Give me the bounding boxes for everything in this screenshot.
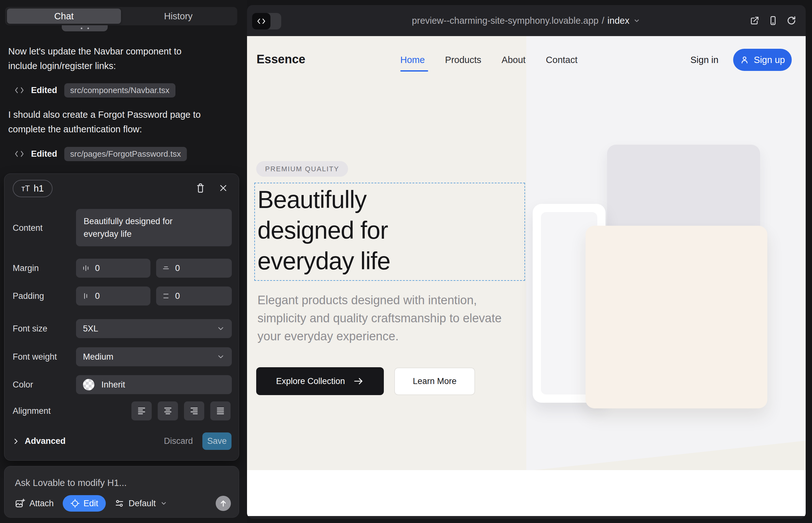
tab-chat[interactable]: Chat <box>7 8 121 24</box>
padding-vertical-icon <box>162 292 170 300</box>
send-button[interactable] <box>216 496 231 511</box>
nav-active-underline <box>400 70 428 72</box>
chevron-down-icon <box>160 500 167 507</box>
chat-history-tabbar: Chat History <box>5 7 237 25</box>
padding-y-input[interactable]: 0 <box>156 287 232 306</box>
color-select[interactable]: Inherit <box>76 375 232 394</box>
composer-placeholder: Ask Lovable to modify H1... <box>15 478 127 488</box>
padding-x-value: 0 <box>95 291 100 301</box>
align-left-button[interactable] <box>131 401 152 420</box>
code-icon <box>15 150 24 157</box>
hero-paragraph: Elegant products designed with intention… <box>258 291 527 345</box>
hero-heading-line: designed for <box>258 215 390 246</box>
arrow-right-icon <box>353 376 364 386</box>
font-size-value: 5XL <box>83 324 98 334</box>
default-label: Default <box>128 499 156 508</box>
url-domain: preview--charming-site-symphony.lovable.… <box>412 16 599 26</box>
hero-heading-line: Beautifully <box>258 184 390 215</box>
margin-y-value: 0 <box>175 264 180 273</box>
sign-in-link[interactable]: Sign in <box>690 55 719 65</box>
site-logo[interactable]: Essence <box>257 53 305 66</box>
attach-label: Attach <box>30 499 54 508</box>
content-value: Beautifully designed for everyday life <box>84 215 198 240</box>
discard-button[interactable]: Discard <box>164 432 193 450</box>
chat-message: I should also create a Forgot Password p… <box>8 107 211 137</box>
margin-y-input[interactable]: 0 <box>156 259 232 278</box>
mobile-view-button[interactable] <box>768 16 778 26</box>
padding-label: Padding <box>13 291 44 301</box>
element-tag: h1 <box>34 183 44 194</box>
element-editor-panel: тT h1 Content Beautifully designed for e… <box>4 174 239 461</box>
advanced-toggle[interactable]: Advanced <box>13 432 66 450</box>
font-weight-label: Font weight <box>13 352 57 362</box>
font-size-label: Font size <box>13 324 48 334</box>
advanced-label: Advanced <box>25 436 66 446</box>
browser-topbar: preview--charming-site-symphony.lovable.… <box>247 5 806 36</box>
chat-message: Now let's update the Navbar component to… <box>8 44 211 73</box>
save-button[interactable]: Save <box>202 432 231 450</box>
font-size-select[interactable]: 5XL <box>76 319 232 338</box>
trash-icon <box>195 183 206 194</box>
refresh-button[interactable] <box>786 16 796 26</box>
margin-x-value: 0 <box>95 264 100 273</box>
align-center-button[interactable] <box>158 401 178 420</box>
delete-element-button[interactable] <box>194 181 207 195</box>
color-swatch-transparent <box>83 379 94 390</box>
sign-up-button[interactable]: Sign up <box>733 49 792 71</box>
url-page: index <box>607 16 629 26</box>
alignment-buttons <box>131 401 231 420</box>
code-preview-toggle[interactable] <box>252 13 281 30</box>
arrow-up-icon <box>219 499 227 507</box>
decorative-card-cream <box>586 226 767 409</box>
alignment-label: Alignment <box>13 406 51 416</box>
url-separator: / <box>602 16 604 26</box>
align-justify-button[interactable] <box>210 401 231 420</box>
font-weight-value: Medium <box>83 352 113 362</box>
learn-more-button[interactable]: Learn More <box>394 367 475 395</box>
preview-browser-panel: preview--charming-site-symphony.lovable.… <box>247 5 806 519</box>
sign-up-label: Sign up <box>754 55 785 65</box>
code-toggle-active[interactable] <box>252 13 270 30</box>
tab-history[interactable]: History <box>121 8 235 24</box>
sliders-icon <box>114 499 124 508</box>
model-default-selector[interactable]: Default <box>114 499 167 508</box>
chat-composer[interactable]: Ask Lovable to modify H1... Attach <box>4 466 239 518</box>
code-icon <box>257 18 266 25</box>
explore-collection-button[interactable]: Explore Collection <box>256 367 384 395</box>
edit-label: Edit <box>84 499 99 508</box>
open-external-button[interactable] <box>749 16 760 26</box>
chevron-down-icon <box>632 16 641 25</box>
code-icon <box>15 87 24 94</box>
content-input[interactable]: Beautifully designed for everyday life <box>76 209 232 246</box>
edit-mode-button[interactable]: Edit <box>63 495 106 511</box>
margin-x-input[interactable]: 0 <box>76 259 151 278</box>
nav-link-contact[interactable]: Contact <box>546 55 578 65</box>
edited-file-row: Edited src/pages/ForgotPassword.tsx <box>15 147 187 161</box>
url-bar[interactable]: preview--charming-site-symphony.lovable.… <box>412 5 641 36</box>
edited-file-row: Edited src/components/Navbar.tsx <box>15 83 175 97</box>
nav-link-products[interactable]: Products <box>445 55 481 65</box>
edited-file-pill[interactable]: src/components/Navbar.tsx <box>64 83 176 97</box>
user-icon <box>740 55 749 65</box>
padding-x-input[interactable]: 0 <box>76 287 151 306</box>
target-icon <box>70 499 80 508</box>
lovable-sidebar: Chat History Now let's update the Navbar… <box>0 0 247 523</box>
element-type-pill: тT h1 <box>13 180 53 197</box>
color-label: Color <box>13 380 33 390</box>
hero-heading[interactable]: Beautifully designed for everyday life <box>258 184 390 276</box>
chevron-right-icon <box>13 437 19 445</box>
chevron-down-icon <box>217 353 225 361</box>
nav-link-home[interactable]: Home <box>400 55 425 65</box>
padding-y-value: 0 <box>175 291 180 301</box>
explore-collection-label: Explore Collection <box>276 376 345 386</box>
margin-vertical-icon <box>162 264 170 272</box>
close-editor-button[interactable] <box>217 181 230 195</box>
attach-button[interactable]: Attach <box>15 498 54 508</box>
align-right-button[interactable] <box>184 401 204 420</box>
hero-badge: PREMIUM QUALITY <box>256 161 348 177</box>
edited-file-pill[interactable]: src/pages/ForgotPassword.tsx <box>64 147 187 161</box>
nav-link-about[interactable]: About <box>502 55 526 65</box>
chevron-down-icon <box>217 325 225 333</box>
scrolled-message-peek <box>62 25 108 31</box>
font-weight-select[interactable]: Medium <box>76 347 232 366</box>
